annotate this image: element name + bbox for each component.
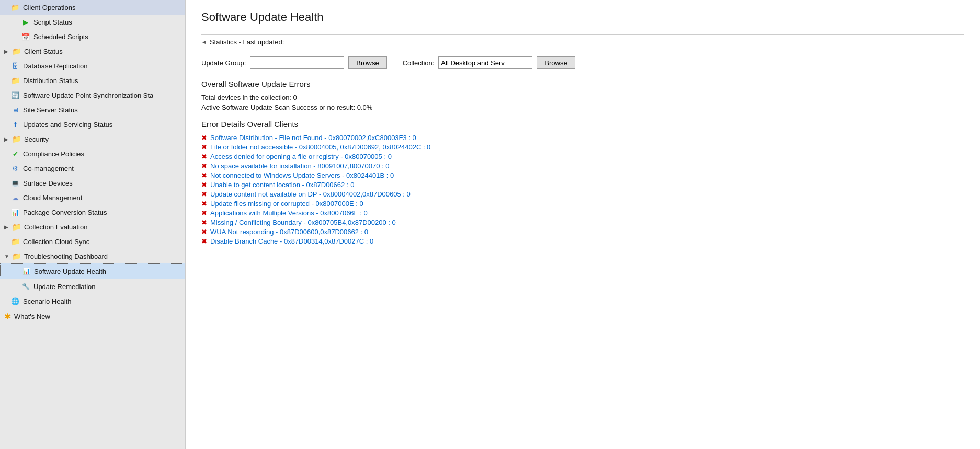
- sidebar-item-client-operations[interactable]: 📁Client Operations: [0, 0, 185, 15]
- label-site-server-status: Site Server Status: [23, 106, 78, 114]
- icon-collection-cloud-sync: 📁: [10, 237, 20, 246]
- label-client-operations: Client Operations: [23, 4, 75, 11]
- sidebar-item-software-update-point[interactable]: 🔄Software Update Point Synchronization S…: [0, 88, 185, 102]
- error-text-err4: No space available for installation - 80…: [210, 162, 390, 170]
- error-icon-err5: ✖: [201, 171, 207, 179]
- statistics-section: ◄ Statistics - Last updated: Update Grou…: [201, 34, 964, 69]
- sidebar-item-cloud-management[interactable]: ☁Cloud Management: [0, 190, 185, 205]
- error-details-title: Error Details Overall Clients: [201, 120, 964, 129]
- browse-collection-button[interactable]: Browse: [537, 56, 575, 69]
- sidebar-item-troubleshooting-dashboard[interactable]: ▼📁Troubleshooting Dashboard: [0, 249, 185, 263]
- error-icon-err6: ✖: [201, 181, 207, 189]
- sidebar-item-collection-cloud-sync[interactable]: 📁Collection Cloud Sync: [0, 234, 185, 249]
- update-group-form: Update Group: Browse: [201, 56, 387, 69]
- error-icon-err3: ✖: [201, 153, 207, 160]
- error-icon-err11: ✖: [201, 228, 207, 236]
- icon-site-server-status: 🖥: [10, 105, 20, 114]
- error-text-err8: Update files missing or corrupted - 0x80…: [210, 200, 363, 208]
- sidebar-item-software-update-health[interactable]: 📊Software Update Health: [0, 263, 185, 279]
- icon-surface-devices: 💻: [10, 178, 20, 188]
- statistics-header[interactable]: ◄ Statistics - Last updated:: [201, 35, 964, 49]
- icon-collection-evaluation: 📁: [12, 222, 21, 232]
- statistics-header-label: Statistics - Last updated:: [210, 38, 284, 46]
- update-group-input[interactable]: [250, 56, 344, 69]
- label-collection-cloud-sync: Collection Cloud Sync: [23, 238, 89, 246]
- label-updates-servicing-status: Updates and Servicing Status: [23, 121, 112, 129]
- error-item-err5[interactable]: ✖Not connected to Windows Update Servers…: [201, 171, 964, 179]
- update-group-label: Update Group:: [201, 59, 246, 67]
- icon-distribution-status: 📁: [10, 76, 20, 85]
- icon-database-replication: 🗄: [10, 61, 20, 71]
- error-text-err2: File or folder not accessible - 0x800040…: [210, 143, 430, 151]
- icon-update-remediation: 🔧: [21, 282, 30, 291]
- sidebar-item-compliance-policies[interactable]: ✔Compliance Policies: [0, 146, 185, 161]
- error-icon-err12: ✖: [201, 237, 207, 245]
- label-collection-evaluation: Collection Evaluation: [24, 223, 87, 231]
- whats-new-icon: ✱: [4, 312, 11, 321]
- label-package-conversion-status: Package Conversion Status: [23, 209, 107, 216]
- label-client-status: Client Status: [24, 48, 63, 55]
- error-item-err6[interactable]: ✖Unable to get content location - 0x87D0…: [201, 181, 964, 189]
- browse-update-group-button[interactable]: Browse: [348, 56, 386, 69]
- error-item-err7[interactable]: ✖Update content not available on DP - 0x…: [201, 190, 964, 198]
- sidebar-item-surface-devices[interactable]: 💻Surface Devices: [0, 176, 185, 190]
- sidebar-item-updates-servicing-status[interactable]: ⬆Updates and Servicing Status: [0, 117, 185, 132]
- sidebar-item-client-status[interactable]: ▶📁Client Status: [0, 44, 185, 59]
- arrow-icon-troubleshooting-dashboard: ▼: [4, 254, 10, 259]
- error-text-err10: Missing / Conflicting Boundary - 0x80070…: [210, 218, 396, 226]
- statistics-arrow-icon: ◄: [201, 39, 207, 45]
- sidebar-item-co-management[interactable]: ⚙Co-management: [0, 161, 185, 176]
- error-icon-err10: ✖: [201, 218, 207, 226]
- error-item-err9[interactable]: ✖Applications with Multiple Versions - 0…: [201, 209, 964, 217]
- label-scheduled-scripts: Scheduled Scripts: [33, 33, 88, 41]
- label-troubleshooting-dashboard: Troubleshooting Dashboard: [24, 252, 108, 260]
- error-text-err5: Not connected to Windows Update Servers …: [210, 171, 394, 179]
- sidebar-item-collection-evaluation[interactable]: ▶📁Collection Evaluation: [0, 220, 185, 234]
- sidebar-item-script-status[interactable]: ▶Script Status: [0, 15, 185, 29]
- whats-new-label: What's New: [14, 313, 50, 320]
- error-item-err11[interactable]: ✖WUA Not responding - 0x87D00600,0x87D00…: [201, 228, 964, 236]
- sidebar-item-database-replication[interactable]: 🗄Database Replication: [0, 59, 185, 73]
- icon-client-status: 📁: [12, 47, 21, 56]
- sidebar-item-site-server-status[interactable]: 🖥Site Server Status: [0, 102, 185, 117]
- error-icon-err4: ✖: [201, 162, 207, 170]
- icon-compliance-policies: ✔: [10, 149, 20, 158]
- error-item-err12[interactable]: ✖Disable Branch Cache - 0x87D00314,0x87D…: [201, 237, 964, 245]
- sidebar-item-scheduled-scripts[interactable]: 📅Scheduled Scripts: [0, 29, 185, 44]
- icon-co-management: ⚙: [10, 164, 20, 173]
- sidebar-item-security[interactable]: ▶📁Security: [0, 132, 185, 146]
- error-item-err3[interactable]: ✖Access denied for opening a file or reg…: [201, 153, 964, 160]
- error-item-err2[interactable]: ✖File or folder not accessible - 0x80004…: [201, 143, 964, 151]
- error-text-err3: Access denied for opening a file or regi…: [210, 153, 392, 160]
- error-item-err1[interactable]: ✖Software Distribution - File not Found …: [201, 134, 964, 142]
- error-icon-err1: ✖: [201, 134, 207, 142]
- label-script-status: Script Status: [33, 18, 72, 26]
- error-item-err10[interactable]: ✖Missing / Conflicting Boundary - 0x8007…: [201, 218, 964, 226]
- label-update-remediation: Update Remediation: [33, 283, 96, 291]
- active-scan-label: Active Software Update Scan Success or n…: [201, 103, 964, 111]
- error-item-err4[interactable]: ✖No space available for installation - 8…: [201, 162, 964, 170]
- error-item-err8[interactable]: ✖Update files missing or corrupted - 0x8…: [201, 200, 964, 208]
- icon-software-update-health: 📊: [21, 267, 31, 276]
- sidebar-item-distribution-status[interactable]: 📁Distribution Status: [0, 73, 185, 88]
- sidebar-item-scenario-health[interactable]: 🌐Scenario Health: [0, 294, 185, 308]
- error-icon-err2: ✖: [201, 143, 207, 151]
- icon-cloud-management: ☁: [10, 193, 20, 202]
- label-software-update-point: Software Update Point Synchronization St…: [23, 91, 153, 99]
- error-icon-err9: ✖: [201, 209, 207, 217]
- sidebar-item-package-conversion-status[interactable]: 📊Package Conversion Status: [0, 205, 185, 220]
- error-text-err9: Applications with Multiple Versions - 0x…: [210, 209, 368, 217]
- icon-updates-servicing-status: ⬆: [10, 120, 20, 129]
- collection-input[interactable]: [438, 56, 532, 69]
- collection-form: Collection: Browse: [403, 56, 575, 69]
- icon-client-operations: 📁: [10, 3, 20, 12]
- whats-new-section[interactable]: ✱What's New: [0, 308, 185, 325]
- collection-label: Collection:: [403, 59, 435, 67]
- label-security: Security: [24, 135, 49, 143]
- arrow-icon-collection-evaluation: ▶: [4, 224, 10, 230]
- update-group-row: Update Group: Browse Collection: Browse: [201, 56, 964, 69]
- error-icon-err8: ✖: [201, 200, 207, 208]
- icon-security: 📁: [12, 134, 21, 144]
- sidebar-item-update-remediation[interactable]: 🔧Update Remediation: [0, 279, 185, 294]
- icon-scenario-health: 🌐: [10, 296, 20, 306]
